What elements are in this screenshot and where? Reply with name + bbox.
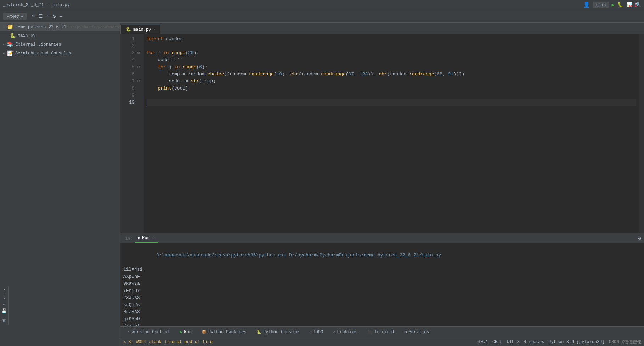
code-editor[interactable]: 1 2 3 4 5 6 7 8 9 10 ⊟ ⊟ ⊟ — [120, 34, 644, 233]
console-run-path: D:\anaconda\anaconda3\envs\pytorch36\pyt… — [123, 245, 641, 266]
cursor-position[interactable]: 10:1 — [478, 340, 488, 345]
project-button[interactable]: Project ▾ — [3, 13, 27, 20]
wrap-icon[interactable]: ⇔ — [3, 302, 5, 307]
code-line-2 — [147, 42, 636, 50]
title-bar-left: _pytorch_22_6_21 – main.py — [3, 2, 70, 7]
line-num-2: 2 — [120, 42, 135, 50]
var-random2: random — [230, 71, 246, 78]
paren-12: ( — [434, 71, 437, 78]
python-version[interactable]: Python 3.6 (pytorch36) — [548, 340, 604, 345]
btm-tab-todo[interactable]: ☑ TODO — [305, 328, 327, 336]
fn-range1: range — [171, 50, 185, 57]
btm-tab-version-control[interactable]: ↕ Version Control — [123, 328, 174, 336]
code-content[interactable]: import random for i in range(20): code =… — [144, 34, 639, 233]
close-sidebar-icon[interactable]: — — [59, 13, 63, 20]
editor-area: 🐍 main.py ✕ ▲ 1 1 2 3 4 5 6 7 8 — [120, 23, 644, 346]
sidebar-item-project[interactable]: ▾ 📁 demo_pytorch_22_6_21 D:\pycharm\Pych… — [0, 23, 120, 31]
kw-in2: in — [174, 64, 182, 71]
profile-icon[interactable]: 👤 — [583, 1, 590, 8]
paren-9: ( — [346, 71, 349, 78]
sidebar-item-external-libraries[interactable]: ▸ 📚 External Libraries — [0, 40, 120, 49]
pkg-icon: 📦 — [202, 330, 207, 334]
warning-text: ⚠ 8: W391 blank line at end of file — [123, 339, 213, 345]
num-10: 10 — [277, 71, 282, 78]
collapse-all-icon[interactable]: ☰ — [38, 12, 44, 20]
kw-import: import — [147, 35, 166, 42]
run-button[interactable]: ▶ — [612, 2, 615, 8]
project-folder-label: demo_pytorch_22_6_21 — [15, 25, 66, 30]
bottom-settings-icon[interactable]: ⚙ — [638, 235, 641, 241]
code-line-7: code += str(temp) — [147, 78, 636, 85]
terminal-icon: ⬛ — [367, 330, 372, 334]
debug-button[interactable]: 🐛 — [617, 2, 623, 8]
scratches-expand-icon: ▸ — [3, 51, 5, 56]
code-line-4: code = '' — [147, 57, 636, 64]
paren-1: ( — [185, 50, 188, 57]
fold-icon-7[interactable]: ⊟ — [137, 78, 144, 85]
tab-main-py[interactable]: 🐍 main.py ✕ — [120, 25, 160, 34]
fold-icon-5[interactable]: ⊟ — [137, 64, 144, 71]
right-gutter — [639, 34, 644, 233]
indent[interactable]: 4 spaces — [524, 340, 544, 345]
paren-13: ))]) — [453, 71, 464, 78]
num-65-91: 65, 91 — [437, 71, 453, 78]
run-tab-icon: ▶ — [138, 235, 141, 241]
cursor — [147, 99, 150, 106]
project-dropdown-icon: ▾ — [21, 14, 23, 19]
bottom-toolbar: ↕ Version Control ▶ Run 📦 Python Package… — [120, 326, 644, 338]
toggle-flatten-icon[interactable]: ÷ — [46, 13, 50, 20]
fn-chr1: chr — [290, 71, 299, 78]
tab-close-icon[interactable]: ✕ — [153, 28, 155, 32]
run-tab-close[interactable]: ✕ — [153, 236, 155, 240]
line-ending[interactable]: CRLF — [492, 340, 503, 345]
sync-files-icon[interactable]: ⊕ — [31, 12, 35, 20]
paren-4: ): — [202, 64, 208, 71]
indent-1 — [147, 57, 158, 64]
save-output-icon[interactable]: 💾 — [1, 308, 7, 314]
btm-tab-services[interactable]: ⚙ Services — [400, 328, 433, 336]
str-empty: '' — [177, 57, 183, 64]
console-label: Python Console — [263, 330, 299, 335]
paren-10: )), — [368, 71, 379, 78]
bottom-tab-main[interactable]: ▶ Run ✕ — [135, 234, 158, 243]
line-num-6: 6 — [120, 71, 135, 78]
sidebar-item-main-py[interactable]: 🐍 main.py — [0, 31, 120, 40]
encoding[interactable]: UTF-8 — [507, 340, 520, 345]
var-random1: random — [188, 71, 205, 78]
btm-tab-terminal[interactable]: ⬛ Terminal — [363, 328, 399, 336]
console-out-4: 7FnI3Y — [123, 287, 641, 294]
op-dot1: . — [205, 71, 208, 78]
fn-choice: choice — [208, 71, 224, 78]
scroll-down-icon[interactable]: ↓ — [2, 295, 5, 300]
btm-tab-run[interactable]: ▶ Run — [176, 328, 196, 336]
toolbar: Project ▾ ⊕ ☰ ÷ ⚙ — — [0, 10, 644, 23]
tab-label: main.py — [133, 27, 151, 32]
code-line-9 — [147, 92, 636, 99]
sidebar-item-scratches[interactable]: ▸ 📝 Scratches and Consoles — [0, 49, 120, 58]
kw-in1: in — [163, 50, 171, 57]
settings-icon[interactable]: ⚙ — [52, 12, 56, 20]
btm-tab-python-console[interactable]: 🐍 Python Console — [252, 328, 303, 336]
scroll-up-icon[interactable]: ↑ — [2, 288, 5, 293]
bottom-tab-run-label: in: — [123, 236, 135, 241]
expand-arrow-icon: ▾ — [3, 25, 5, 29]
scratches-icon: 📝 — [7, 50, 13, 56]
status-bar: ⚠ 8: W391 blank line at end of file 10:1… — [120, 338, 644, 346]
code-line-6: temp = random.choice([random.randrange(1… — [147, 71, 636, 78]
fn-range2: range — [182, 64, 196, 71]
btm-tab-problems[interactable]: ⚠ Problems — [329, 328, 362, 336]
code-line-5: for j in range(6): — [147, 64, 636, 71]
scratches-label: Scratches and Consoles — [15, 51, 71, 56]
problems-label: Problems — [337, 330, 358, 335]
console-path-text: D:\anaconda\anaconda3\envs\pytorch36\pyt… — [157, 253, 441, 258]
folder-icon: 📁 — [7, 24, 13, 30]
code-line-1: import random — [147, 35, 636, 42]
fn-str: str — [191, 78, 199, 85]
btm-tab-python-packages[interactable]: 📦 Python Packages — [197, 328, 251, 336]
clear-console-icon[interactable]: 🗑 — [2, 318, 6, 323]
fold-icon-3[interactable]: ⊟ — [137, 35, 144, 57]
services-label: Services — [409, 330, 429, 335]
console-out-3: 0kaw7a — [123, 280, 641, 287]
run-btm-icon: ▶ — [180, 330, 182, 334]
paren-6: ( — [274, 71, 277, 78]
